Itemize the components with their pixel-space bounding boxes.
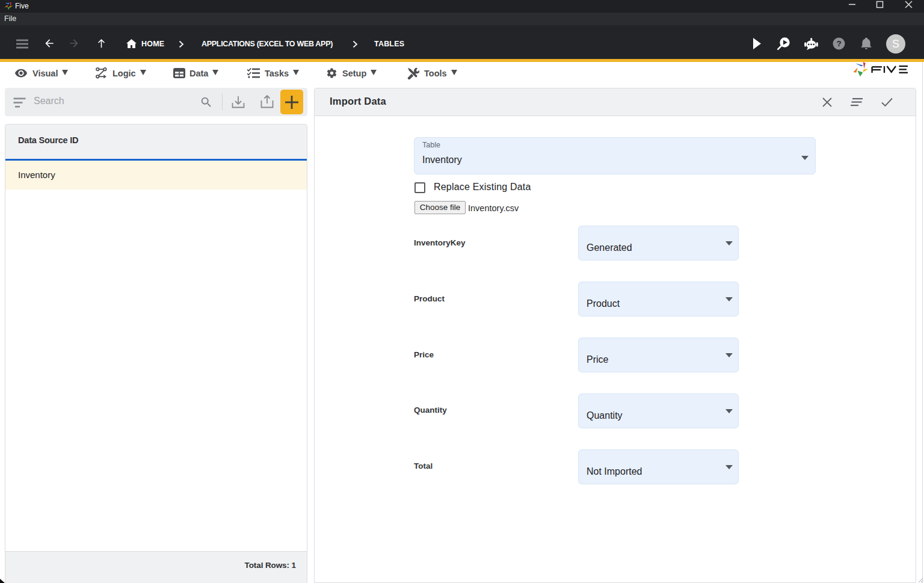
svg-text:?: ?: [836, 39, 841, 48]
